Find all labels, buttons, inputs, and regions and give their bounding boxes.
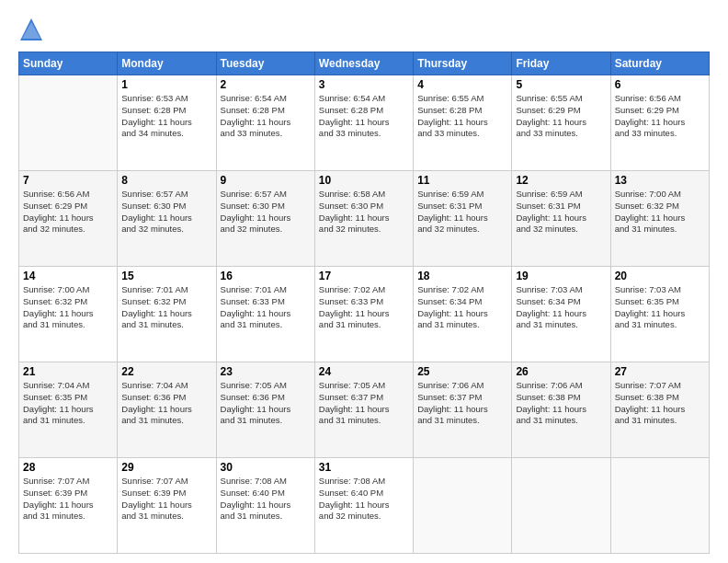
calendar-cell: 30Sunrise: 7:08 AM Sunset: 6:40 PM Dayli… [216,458,314,554]
cell-info: Sunrise: 6:53 AM Sunset: 6:28 PM Dayligh… [121,93,211,140]
cell-info: Sunrise: 7:02 AM Sunset: 6:34 PM Dayligh… [417,284,507,331]
calendar-cell: 4Sunrise: 6:55 AM Sunset: 6:28 PM Daylig… [414,75,512,171]
cell-info: Sunrise: 7:00 AM Sunset: 6:32 PM Dayligh… [615,189,705,236]
calendar-cell [512,458,610,554]
calendar-cell: 3Sunrise: 6:54 AM Sunset: 6:28 PM Daylig… [314,75,413,171]
cell-info: Sunrise: 6:54 AM Sunset: 6:28 PM Dayligh… [319,93,409,140]
day-number: 22 [121,365,211,378]
calendar-week-row: 7Sunrise: 6:56 AM Sunset: 6:29 PM Daylig… [19,171,710,267]
cell-info: Sunrise: 6:54 AM Sunset: 6:28 PM Dayligh… [221,93,311,140]
calendar-cell: 21Sunrise: 7:04 AM Sunset: 6:35 PM Dayli… [19,362,118,458]
cell-info: Sunrise: 7:04 AM Sunset: 6:35 PM Dayligh… [23,380,113,427]
calendar-cell: 27Sunrise: 7:07 AM Sunset: 6:38 PM Dayli… [610,362,709,458]
calendar-cell: 6Sunrise: 6:56 AM Sunset: 6:29 PM Daylig… [610,75,709,171]
cell-info: Sunrise: 7:00 AM Sunset: 6:32 PM Dayligh… [23,284,113,331]
day-number: 17 [319,270,409,282]
day-number: 9 [221,174,311,187]
calendar-cell: 13Sunrise: 7:00 AM Sunset: 6:32 PM Dayli… [610,171,709,267]
calendar-cell: 29Sunrise: 7:07 AM Sunset: 6:39 PM Dayli… [118,458,216,554]
logo-icon [18,17,44,42]
header [18,17,710,42]
calendar-header-monday: Monday [118,52,216,75]
cell-info: Sunrise: 6:57 AM Sunset: 6:30 PM Dayligh… [121,189,211,236]
calendar-cell: 28Sunrise: 7:07 AM Sunset: 6:39 PM Dayli… [19,458,118,554]
cell-info: Sunrise: 6:57 AM Sunset: 6:30 PM Dayligh… [221,189,311,236]
cell-info: Sunrise: 7:08 AM Sunset: 6:40 PM Dayligh… [319,476,409,523]
day-number: 27 [615,365,705,378]
cell-info: Sunrise: 7:01 AM Sunset: 6:32 PM Dayligh… [121,284,211,331]
calendar-week-row: 28Sunrise: 7:07 AM Sunset: 6:39 PM Dayli… [19,458,710,554]
day-number: 18 [417,270,507,282]
day-number: 3 [319,78,409,91]
calendar-cell: 9Sunrise: 6:57 AM Sunset: 6:30 PM Daylig… [216,171,314,267]
day-number: 25 [417,365,507,378]
calendar-cell: 25Sunrise: 7:06 AM Sunset: 6:37 PM Dayli… [414,362,512,458]
page: SundayMondayTuesdayWednesdayThursdayFrid… [0,0,728,563]
day-number: 28 [23,461,113,474]
cell-info: Sunrise: 6:55 AM Sunset: 6:29 PM Dayligh… [516,93,606,140]
calendar-cell: 23Sunrise: 7:05 AM Sunset: 6:36 PM Dayli… [216,362,314,458]
day-number: 19 [516,270,606,282]
cell-info: Sunrise: 7:07 AM Sunset: 6:39 PM Dayligh… [23,476,113,523]
calendar-cell: 16Sunrise: 7:01 AM Sunset: 6:33 PM Dayli… [216,267,314,362]
cell-info: Sunrise: 7:06 AM Sunset: 6:38 PM Dayligh… [516,380,606,427]
calendar-cell [19,75,118,171]
calendar-cell: 12Sunrise: 6:59 AM Sunset: 6:31 PM Dayli… [512,171,610,267]
day-number: 29 [121,461,211,474]
calendar-header-row: SundayMondayTuesdayWednesdayThursdayFrid… [19,52,710,75]
calendar-cell: 1Sunrise: 6:53 AM Sunset: 6:28 PM Daylig… [118,75,216,171]
calendar-header-friday: Friday [512,52,610,75]
calendar-week-row: 21Sunrise: 7:04 AM Sunset: 6:35 PM Dayli… [19,362,710,458]
calendar-cell: 20Sunrise: 7:03 AM Sunset: 6:35 PM Dayli… [610,267,709,362]
cell-info: Sunrise: 6:59 AM Sunset: 6:31 PM Dayligh… [516,189,606,236]
day-number: 12 [516,174,606,187]
calendar-cell: 26Sunrise: 7:06 AM Sunset: 6:38 PM Dayli… [512,362,610,458]
cell-info: Sunrise: 7:08 AM Sunset: 6:40 PM Dayligh… [221,476,311,523]
calendar-cell: 18Sunrise: 7:02 AM Sunset: 6:34 PM Dayli… [414,267,512,362]
calendar-cell: 14Sunrise: 7:00 AM Sunset: 6:32 PM Dayli… [19,267,118,362]
cell-info: Sunrise: 7:05 AM Sunset: 6:36 PM Dayligh… [221,380,311,427]
calendar-cell: 31Sunrise: 7:08 AM Sunset: 6:40 PM Dayli… [314,458,413,554]
calendar-cell: 2Sunrise: 6:54 AM Sunset: 6:28 PM Daylig… [216,75,314,171]
calendar-cell: 7Sunrise: 6:56 AM Sunset: 6:29 PM Daylig… [19,171,118,267]
day-number: 16 [221,270,311,282]
calendar-header-sunday: Sunday [19,52,118,75]
calendar-cell: 10Sunrise: 6:58 AM Sunset: 6:30 PM Dayli… [314,171,413,267]
cell-info: Sunrise: 7:03 AM Sunset: 6:34 PM Dayligh… [516,284,606,331]
day-number: 5 [516,78,606,91]
calendar-cell: 5Sunrise: 6:55 AM Sunset: 6:29 PM Daylig… [512,75,610,171]
calendar-week-row: 1Sunrise: 6:53 AM Sunset: 6:28 PM Daylig… [19,75,710,171]
day-number: 4 [417,78,507,91]
calendar-table: SundayMondayTuesdayWednesdayThursdayFrid… [18,52,710,554]
calendar-week-row: 14Sunrise: 7:00 AM Sunset: 6:32 PM Dayli… [19,267,710,362]
calendar-cell: 15Sunrise: 7:01 AM Sunset: 6:32 PM Dayli… [118,267,216,362]
calendar-cell: 19Sunrise: 7:03 AM Sunset: 6:34 PM Dayli… [512,267,610,362]
cell-info: Sunrise: 7:05 AM Sunset: 6:37 PM Dayligh… [319,380,409,427]
day-number: 30 [221,461,311,474]
cell-info: Sunrise: 6:56 AM Sunset: 6:29 PM Dayligh… [615,93,705,140]
cell-info: Sunrise: 6:55 AM Sunset: 6:28 PM Dayligh… [417,93,507,140]
calendar-cell: 8Sunrise: 6:57 AM Sunset: 6:30 PM Daylig… [118,171,216,267]
cell-info: Sunrise: 6:59 AM Sunset: 6:31 PM Dayligh… [417,189,507,236]
logo [18,17,48,42]
day-number: 20 [615,270,705,282]
calendar-header-wednesday: Wednesday [314,52,413,75]
day-number: 6 [615,78,705,91]
calendar-cell: 17Sunrise: 7:02 AM Sunset: 6:33 PM Dayli… [314,267,413,362]
cell-info: Sunrise: 6:56 AM Sunset: 6:29 PM Dayligh… [23,189,113,236]
day-number: 24 [319,365,409,378]
day-number: 11 [417,174,507,187]
cell-info: Sunrise: 7:07 AM Sunset: 6:38 PM Dayligh… [615,380,705,427]
svg-marker-1 [22,22,40,39]
calendar-cell: 22Sunrise: 7:04 AM Sunset: 6:36 PM Dayli… [118,362,216,458]
day-number: 13 [615,174,705,187]
calendar-cell [610,458,709,554]
calendar-header-tuesday: Tuesday [216,52,314,75]
day-number: 23 [221,365,311,378]
day-number: 8 [121,174,211,187]
calendar-header-thursday: Thursday [414,52,512,75]
calendar-header-saturday: Saturday [610,52,709,75]
cell-info: Sunrise: 7:06 AM Sunset: 6:37 PM Dayligh… [417,380,507,427]
day-number: 2 [221,78,311,91]
cell-info: Sunrise: 7:04 AM Sunset: 6:36 PM Dayligh… [121,380,211,427]
